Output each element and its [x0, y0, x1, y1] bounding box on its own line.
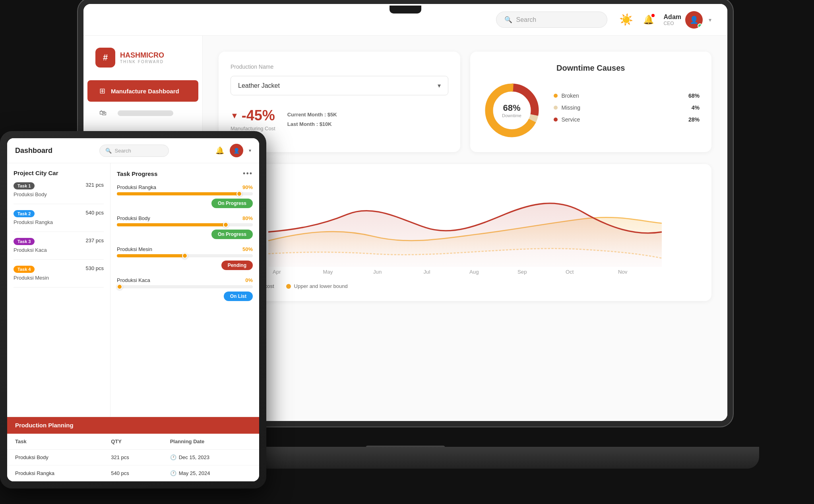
progress-name-4: Produksi Kaca [117, 277, 150, 283]
sidebar-item-2[interactable]: 🛍 [87, 102, 198, 124]
service-dot [554, 118, 558, 122]
top-row: Production Name Leather Jacket ▾ ▼ -45% [219, 52, 711, 152]
tablet-search[interactable]: 🔍 Search [99, 145, 169, 157]
planning-header: Production Planning [7, 417, 259, 434]
planning-qty-2: 540 pcs [103, 465, 162, 481]
user-dropdown-chevron[interactable]: ▾ [709, 17, 711, 23]
cost-section: ▼ -45% Manufacturing Cost Current Month … [231, 103, 448, 131]
laptop-notch [390, 6, 421, 14]
current-month-label: Current Month : [287, 112, 326, 118]
avatar: 👤 [685, 11, 703, 29]
progress-bar-bg-3 [117, 254, 253, 257]
planning-row-2: Produksi Rangka 540 pcs 🕐May 25, 2024 [7, 465, 259, 481]
progress-dot-1 [236, 191, 242, 197]
task-badge-4: Task 4 [14, 266, 35, 273]
planning-date-2: 🕐May 25, 2024 [162, 465, 259, 481]
task-name-2: Produksi Rangka [14, 219, 104, 225]
progress-name-3: Produksi Mesin [117, 246, 152, 252]
chart-legend: Production cost Upper and lower bound [231, 283, 700, 289]
logo-hash-part: HASH [120, 51, 140, 59]
broken-label: Broken [562, 93, 688, 99]
planning-task-1: Produksi Body [7, 450, 103, 465]
legend-service: Service 28% [554, 116, 700, 123]
sidebar-label-manufacture: Manufacture Dashboard [111, 88, 179, 95]
status-badge-3: Pending [221, 261, 253, 270]
cost-down-arrow: ▼ [231, 111, 238, 120]
planning-row-1: Produksi Body 321 pcs 🕐Dec 15, 2023 [7, 450, 259, 465]
logo-brand: HASHMICRO [120, 51, 164, 60]
col-qty: QTY [103, 434, 162, 450]
sidebar-item-manufacture-dashboard[interactable]: ⊞ Manufacture Dashboard [87, 80, 198, 102]
progress-bar-fill-3 [117, 254, 185, 257]
logo-text: HASHMICRO THINK FORWARD [120, 51, 164, 64]
tablet-bell[interactable]: 🔔 [215, 146, 224, 155]
progress-dot-3 [182, 253, 188, 259]
progress-row-1: Produksi Rangka 90% [117, 184, 253, 190]
svg-text:Oct: Oct [566, 269, 574, 275]
progress-row-3: Produksi Mesin 50% [117, 246, 253, 252]
logo-micro-part: MICRO [140, 51, 164, 59]
svg-text:Apr: Apr [273, 269, 281, 275]
progress-status-2: On Progress [117, 230, 253, 239]
progress-pct-2: 80% [242, 215, 253, 221]
broken-dot [554, 94, 558, 98]
laptop-search-bar[interactable]: 🔍 Search [496, 12, 607, 28]
upper-lower-dot [286, 284, 291, 289]
laptop-search-icon: 🔍 [504, 16, 512, 23]
tablet-user-chevron[interactable]: ▾ [249, 148, 251, 153]
progress-item-3: Produksi Mesin 50% Pending [117, 246, 253, 270]
service-pct: 28% [688, 116, 700, 123]
task-qty-1: 321 pcs [85, 182, 104, 188]
progress-pct-4: 0% [245, 277, 253, 283]
downtime-body: 68% Downtime Broken 68% [482, 81, 700, 140]
line-chart: Apr May Jun Jul Aug Sep Oct Nov [231, 188, 700, 276]
last-month-label: Last Month : [287, 121, 318, 127]
logo-icon: # [95, 48, 115, 68]
svg-text:Sep: Sep [517, 269, 527, 275]
donut-sub: Downtime [502, 113, 521, 118]
task-item-4: Task 4 530 pcs Produksi Mesin [14, 265, 104, 288]
legend-upper-lower: Upper and lower bound [286, 283, 348, 289]
legend-missing: Missing 4% [554, 104, 700, 111]
progress-header: Task Progress ••• [117, 170, 253, 178]
progress-row-2: Produksi Body 80% [117, 215, 253, 221]
tablet-screen: Dashboard 🔍 Search 🔔 👤 ▾ Project City Ca… [7, 138, 259, 481]
more-options[interactable]: ••• [243, 170, 253, 178]
donut-center: 68% Downtime [502, 103, 521, 118]
progress-status-1: On Progress [117, 199, 253, 208]
tablet-header: Dashboard 🔍 Search 🔔 👤 ▾ [7, 138, 259, 163]
task-item-1: Task 1 321 pcs Produksi Body [14, 182, 104, 204]
missing-dot [554, 106, 558, 110]
production-dropdown[interactable]: Leather Jacket ▾ [231, 76, 448, 95]
production-name-label: Production Name [231, 64, 448, 70]
user-role: CEO [664, 21, 681, 26]
production-planning: Production Planning Task QTY Planning Da… [7, 417, 259, 481]
cost-change-block: ▼ -45% Manufacturing Cost [231, 107, 275, 131]
logo: # HASHMICRO THINK FORWARD [83, 44, 202, 79]
progress-bar-bg-4 [117, 285, 253, 288]
planning-title: Production Planning [15, 422, 74, 429]
downtime-card: Downtime Causes [470, 52, 712, 152]
task-qty-3: 237 pcs [85, 238, 104, 243]
planning-qty-1: 321 pcs [103, 450, 162, 465]
tablet-frame: Dashboard 🔍 Search 🔔 👤 ▾ Project City Ca… [0, 131, 266, 489]
planning-task-2: Produksi Rangka [7, 465, 103, 481]
tablet-right-panel: Task Progress ••• Produksi Rangka 90% [110, 163, 259, 417]
task-badge-3: Task 3 [14, 238, 35, 245]
chart-card: months [219, 164, 711, 301]
progress-bar-fill-4 [117, 285, 120, 288]
project-title: Project City Car [14, 170, 104, 176]
notification-bell[interactable]: 🔔 [643, 15, 654, 25]
tablet-search-icon: 🔍 [105, 148, 112, 154]
progress-bar-bg-2 [117, 223, 253, 226]
task-badge-1: Task 1 [14, 182, 35, 189]
status-badge-4: On List [224, 292, 253, 301]
task-name-1: Produksi Body [14, 191, 104, 197]
task-badge-2: Task 2 [14, 210, 35, 217]
svg-text:Jun: Jun [373, 269, 382, 275]
current-month-value: $5K [328, 112, 337, 118]
svg-text:Nov: Nov [618, 269, 628, 275]
tablet-left-panel: Project City Car Task 1 321 pcs Produksi… [7, 163, 110, 417]
downtime-title: Downtime Causes [482, 64, 700, 73]
logo-tagline: THINK FORWARD [120, 60, 164, 64]
